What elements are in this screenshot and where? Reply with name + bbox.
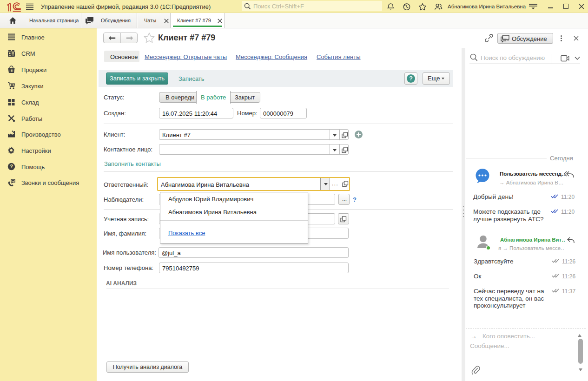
- svg-text:?: ?: [10, 164, 13, 169]
